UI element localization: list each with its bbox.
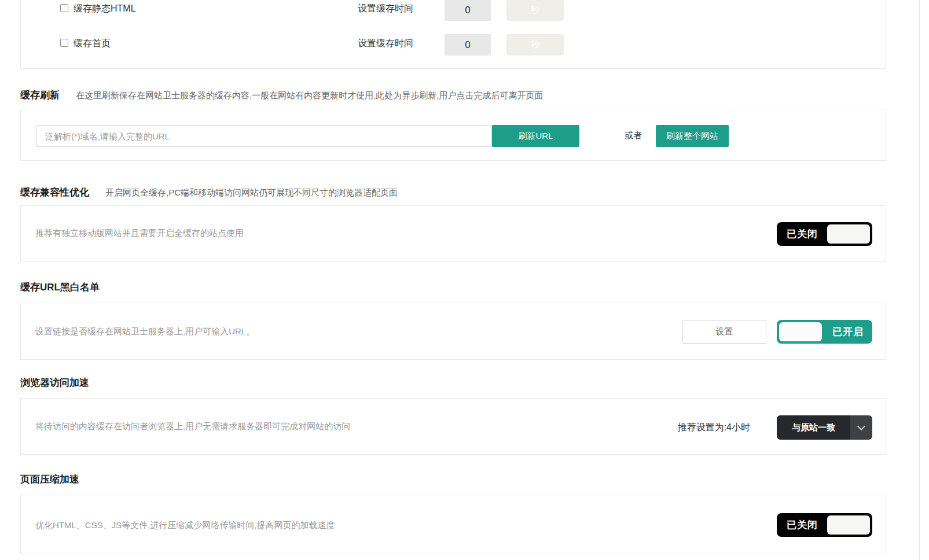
unit-seconds-button[interactable]: 秒 — [506, 34, 564, 56]
section-title: 缓存URL黑白名单 — [20, 281, 100, 294]
section-description: 开启网页全缓存,PC端和移动端访问网站仍可展现不同尺寸的浏览器适配页面 — [105, 187, 398, 198]
cache-refresh-header: 缓存刷新 在这里刷新保存在网站卫士服务器的缓存内容,一般在网站有内容更新时才使用… — [20, 89, 886, 102]
cache-time-label: 设置缓存时间 — [358, 3, 413, 15]
page-compress-toggle[interactable]: 已关闭 — [777, 513, 872, 537]
browser-speedup-panel: 将待访问的内容缓存在访问者浏览器上,用户无需请求服务器即可完成对网站的访问 推荐… — [20, 398, 886, 455]
unit-seconds-button[interactable]: 秒 — [506, 0, 564, 21]
dropdown-selected-value: 与原站一致 — [777, 415, 850, 440]
cache-compat-toggle[interactable]: 已关闭 — [777, 222, 872, 246]
panel-body-text: 将待访问的内容缓存在访问者浏览器上,用户无需请求服务器即可完成对网站的访问 — [35, 421, 350, 432]
refresh-url-input[interactable] — [36, 125, 492, 147]
section-title: 缓存刷新 — [20, 89, 60, 102]
toggle-knob — [779, 322, 822, 341]
cache-url-list-toggle[interactable]: 已开启 — [777, 320, 872, 344]
cache-settings-page: 缓存静态HTML 设置缓存时间 秒 缓存首页 设置缓存时间 秒 缓存刷新 在这里… — [0, 0, 929, 560]
cache-time-input[interactable] — [445, 34, 491, 56]
url-list-settings-button[interactable]: 设置 — [682, 320, 766, 344]
cache-options-panel: 缓存静态HTML 设置缓存时间 秒 缓存首页 设置缓存时间 秒 — [20, 0, 886, 69]
panel-body-text: 优化HTML、CSS、JS等文件,进行压缩减少网络传输时间,提高网页的加载速度 — [35, 520, 335, 531]
section-title: 浏览器访问加速 — [20, 376, 89, 389]
refresh-whole-site-button[interactable]: 刷新整个网站 — [656, 125, 729, 147]
toggle-knob — [827, 515, 870, 535]
cache-option-label: 缓存首页 — [74, 38, 111, 50]
or-text: 或者 — [618, 130, 648, 141]
toggle-state-label: 已开启 — [824, 320, 872, 344]
cache-static-html-checkbox[interactable] — [60, 4, 68, 12]
page-compress-header: 页面压缩加速 — [20, 473, 886, 486]
section-title: 缓存兼容性优化 — [20, 186, 89, 199]
cache-homepage-checkbox[interactable] — [60, 39, 68, 47]
panel-body-text: 设置链接是否缓存在网站卫士服务器上,用户可输入URL。 — [35, 326, 255, 337]
chevron-down-icon — [850, 415, 872, 440]
section-title: 页面压缩加速 — [20, 473, 79, 486]
cache-duration-dropdown[interactable]: 与原站一致 — [777, 415, 872, 440]
browser-speedup-header: 浏览器访问加速 — [20, 376, 886, 389]
cache-time-input[interactable] — [445, 0, 491, 21]
cache-time-label: 设置缓存时间 — [358, 38, 413, 50]
toggle-knob — [827, 224, 870, 244]
cache-option-label: 缓存静态HTML — [74, 3, 136, 15]
toggle-state-label: 已关闭 — [777, 222, 828, 246]
cache-static-html-row: 缓存静态HTML 设置缓存时间 秒 — [21, 4, 886, 27]
toggle-state-label: 已关闭 — [777, 513, 828, 537]
cache-url-list-header: 缓存URL黑白名单 — [20, 281, 886, 294]
recommend-setting-text: 推荐设置为:4小时 — [634, 422, 750, 434]
refresh-url-button[interactable]: 刷新URL — [492, 125, 579, 147]
cache-refresh-panel: 刷新URL 或者 刷新整个网站 — [20, 109, 886, 161]
section-description: 在这里刷新保存在网站卫士服务器的缓存内容,一般在网站有内容更新时才使用,此处为异… — [76, 90, 544, 101]
cache-compat-header: 缓存兼容性优化 开启网页全缓存,PC端和移动端访问网站仍可展现不同尺寸的浏览器适… — [20, 186, 886, 199]
cache-homepage-row: 缓存首页 设置缓存时间 秒 — [21, 39, 886, 62]
cache-url-list-panel: 设置链接是否缓存在网站卫士服务器上,用户可输入URL。 设置 已开启 — [20, 303, 886, 360]
panel-body-text: 推荐有独立移动版网站并且需要开启全缓存的站点使用 — [35, 228, 244, 239]
container-right-border — [919, 0, 920, 560]
page-compress-panel: 优化HTML、CSS、JS等文件,进行压缩减少网络传输时间,提高网页的加载速度 … — [20, 495, 886, 554]
cache-compat-panel: 推荐有独立移动版网站并且需要开启全缓存的站点使用 已关闭 — [20, 205, 886, 262]
